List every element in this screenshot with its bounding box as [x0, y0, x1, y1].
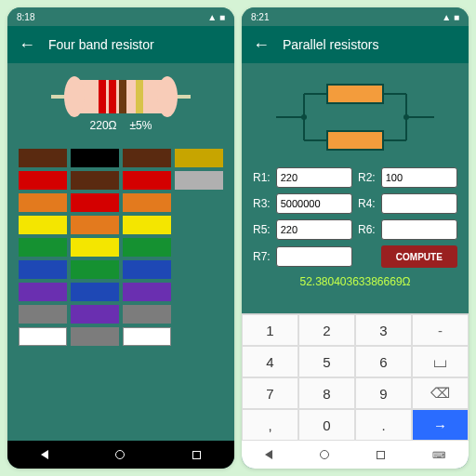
numeric-keypad: 123-456⌴789⌫,0.→ — [242, 313, 469, 441]
color-swatch[interactable] — [123, 283, 171, 301]
r3-input[interactable] — [276, 193, 352, 214]
key--[interactable]: - — [412, 314, 469, 346]
circuit-diagram — [253, 80, 457, 154]
color-swatch[interactable] — [123, 327, 171, 346]
clock: 8:18 — [17, 12, 34, 22]
color-swatch[interactable] — [123, 216, 171, 234]
color-swatch[interactable] — [71, 283, 119, 301]
result-text: 52.38040363386669Ω — [253, 275, 457, 288]
nav-back-icon[interactable] — [41, 450, 48, 459]
color-swatch[interactable] — [71, 305, 119, 324]
key-9[interactable]: 9 — [355, 377, 412, 409]
key-7[interactable]: 7 — [242, 377, 298, 409]
color-swatch[interactable] — [19, 283, 67, 301]
resistor-graphic — [19, 80, 223, 113]
color-swatch[interactable] — [19, 238, 67, 257]
phone-right: 8:21 ▲ ■ ← Parallel resistors R1: — [242, 7, 469, 469]
nav-recent-icon[interactable] — [192, 451, 201, 459]
nav-home-icon[interactable] — [320, 450, 329, 459]
color-swatch[interactable] — [19, 193, 67, 212]
status-bar: 8:21 ▲ ■ — [242, 7, 469, 26]
color-swatch[interactable] — [71, 171, 119, 190]
color-swatch[interactable] — [71, 238, 119, 257]
color-swatch[interactable] — [71, 193, 119, 212]
color-swatch[interactable] — [19, 327, 67, 346]
r1-input[interactable] — [276, 167, 352, 188]
status-bar: 8:18 ▲ ■ — [7, 7, 234, 26]
color-swatch[interactable] — [123, 305, 171, 324]
key-0[interactable]: 0 — [298, 409, 355, 441]
color-swatch[interactable] — [123, 171, 171, 190]
r1-label: R1: — [253, 171, 271, 184]
color-swatch[interactable] — [123, 238, 171, 257]
r5-label: R5: — [253, 223, 271, 236]
status-icons: ▲ ■ — [207, 12, 225, 22]
resistance-value: 220Ω — [90, 119, 117, 132]
nav-recent-icon[interactable] — [377, 451, 385, 459]
content: R1: R2: R3: R4: R5: R6: R7: COMPUTE 52.3… — [242, 63, 469, 313]
r6-label: R6: — [358, 223, 376, 236]
app-bar: ← Four band resistor — [7, 26, 234, 63]
key-3[interactable]: 3 — [355, 314, 412, 346]
key-8[interactable]: 8 — [298, 377, 355, 409]
nav-home-icon[interactable] — [115, 450, 125, 459]
color-swatch[interactable] — [175, 149, 223, 167]
r6-input[interactable] — [381, 219, 457, 240]
r2-label: R2: — [358, 171, 376, 184]
svg-point-10 — [301, 114, 307, 120]
r5-input[interactable] — [276, 219, 352, 240]
r4-label: R4: — [358, 197, 376, 210]
compute-button[interactable]: COMPUTE — [381, 245, 457, 268]
content: 220Ω ±5% — [7, 63, 234, 441]
color-swatch[interactable] — [71, 260, 119, 279]
app-bar: ← Parallel resistors — [242, 26, 469, 63]
color-swatch[interactable] — [19, 149, 67, 167]
tolerance-value: ±5% — [130, 119, 152, 132]
color-swatch[interactable] — [71, 216, 119, 234]
svg-rect-8 — [327, 85, 383, 103]
color-swatch[interactable] — [123, 260, 171, 279]
key-4[interactable]: 4 — [242, 346, 298, 377]
nav-bar — [7, 441, 234, 469]
back-icon[interactable]: ← — [253, 35, 270, 55]
svg-rect-9 — [327, 131, 383, 150]
color-swatch[interactable] — [123, 149, 171, 167]
color-swatch[interactable] — [19, 305, 67, 324]
key-,[interactable]: , — [242, 409, 298, 441]
key-⌫[interactable]: ⌫ — [412, 377, 469, 409]
color-swatch[interactable] — [19, 171, 67, 190]
key-→[interactable]: → — [412, 409, 469, 441]
phone-left: 8:18 ▲ ■ ← Four band resistor — [7, 7, 234, 469]
svg-point-11 — [403, 114, 409, 120]
resistor-reading: 220Ω ±5% — [19, 119, 223, 132]
r2-input[interactable] — [381, 167, 457, 188]
clock: 8:21 — [251, 12, 269, 22]
key-2[interactable]: 2 — [298, 314, 355, 346]
color-swatch[interactable] — [175, 171, 223, 190]
status-icons: ▲ ■ — [442, 12, 459, 22]
key-.[interactable]: . — [355, 409, 412, 441]
color-swatch[interactable] — [71, 149, 119, 167]
r7-input[interactable] — [276, 246, 352, 267]
key-5[interactable]: 5 — [298, 346, 355, 377]
color-swatch[interactable] — [19, 260, 67, 279]
page-title: Four band resistor — [48, 37, 154, 52]
color-swatch[interactable] — [71, 327, 119, 346]
key-6[interactable]: 6 — [355, 346, 412, 377]
r3-label: R3: — [253, 197, 271, 210]
page-title: Parallel resistors — [283, 37, 378, 52]
r7-label: R7: — [253, 250, 271, 263]
color-swatch[interactable] — [123, 193, 171, 212]
key-1[interactable]: 1 — [242, 314, 298, 346]
nav-back-icon[interactable] — [265, 450, 272, 459]
key-␣[interactable]: ⌴ — [412, 346, 469, 377]
nav-keyboard-icon[interactable]: ⌨ — [432, 450, 445, 460]
back-icon[interactable]: ← — [19, 35, 35, 55]
color-swatch[interactable] — [19, 216, 67, 234]
input-grid: R1: R2: R3: R4: R5: R6: R7: COMPUTE — [253, 167, 457, 268]
r4-input[interactable] — [381, 193, 457, 214]
color-palette — [19, 149, 223, 346]
nav-bar: ⌨ — [242, 441, 469, 469]
